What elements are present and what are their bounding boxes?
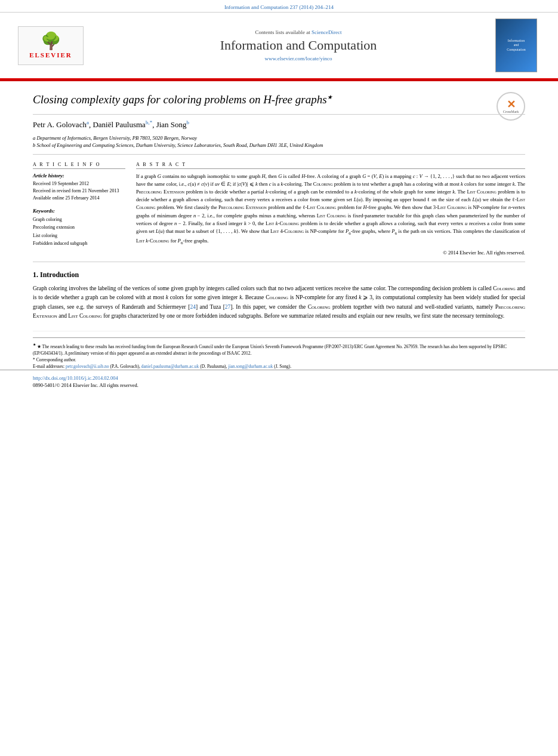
article-info-heading: A R T I C L E I N F O bbox=[33, 162, 125, 169]
article-info-column: A R T I C L E I N F O Article history: R… bbox=[33, 162, 125, 256]
paper-title: Closing complexity gaps for coloring pro… bbox=[33, 92, 525, 108]
abstract-text: If a graph G contains no subgraph isomor… bbox=[136, 173, 525, 247]
keyword-4: Forbidden induced subgraph bbox=[33, 239, 125, 248]
received-date: Received 19 September 2012 bbox=[33, 180, 125, 188]
abstract-section: A B S T R A C T If a graph G contains no… bbox=[136, 162, 525, 256]
elsevier-logo-box: 🌳 ELSEVIER bbox=[18, 26, 84, 65]
cite-24[interactable]: 24 bbox=[190, 304, 196, 310]
contents-line: Contents lists available at ScienceDirec… bbox=[101, 29, 495, 35]
footnotes-section: ★ ★ The research leading to these result… bbox=[33, 337, 525, 370]
keyword-1: Graph coloring bbox=[33, 216, 125, 224]
keyword-2: Precoloring extension bbox=[33, 223, 125, 232]
authors-line: Petr A. Golovacha, Daniël Paulusmab,*, J… bbox=[33, 119, 525, 130]
abstract-heading: A B S T R A C T bbox=[136, 162, 525, 169]
journal-url: www.elsevier.com/locate/yinco bbox=[101, 56, 495, 62]
journal-title: Information and Computation bbox=[101, 38, 495, 53]
doi-anchor[interactable]: http://dx.doi.org/10.1016/j.ic.2014.02.0… bbox=[33, 375, 118, 381]
keyword-3: List coloring bbox=[33, 232, 125, 240]
cite-27[interactable]: 27 bbox=[225, 304, 231, 310]
history-title: Article history: bbox=[33, 173, 125, 179]
affiliation-b: b School of Engineering and Computing Sc… bbox=[33, 142, 525, 149]
main-content: Closing complexity gaps for coloring pro… bbox=[0, 81, 558, 370]
crossmark-badge[interactable]: ✕ CrossMark bbox=[497, 92, 525, 121]
journal-url-link[interactable]: www.elsevier.com/locate/yinco bbox=[265, 56, 332, 62]
intro-body: Graph coloring involves the labeling of … bbox=[33, 284, 525, 321]
intro-section: 1. Introduction Graph coloring involves … bbox=[33, 262, 525, 331]
copyright-line: © 2014 Elsevier Inc. All rights reserved… bbox=[136, 250, 525, 256]
available-date: Available online 25 February 2014 bbox=[33, 195, 125, 202]
elsevier-tree-icon: 🌳 bbox=[41, 33, 61, 50]
email-link-1[interactable]: petr.golovach@ii.uib.no bbox=[66, 364, 109, 369]
journal-cover-image: InformationandComputation bbox=[495, 19, 540, 72]
paper-title-section: Closing complexity gaps for coloring pro… bbox=[33, 81, 525, 115]
author-sup-a: a bbox=[87, 119, 89, 125]
cover-title: InformationandComputation bbox=[507, 39, 525, 52]
email-link-2[interactable]: daniel.paulusma@durham.ac.uk bbox=[141, 364, 199, 369]
article-body: A R T I C L E I N F O Article history: R… bbox=[33, 155, 525, 263]
journal-header: 🌳 ELSEVIER Contents lists available at S… bbox=[0, 13, 558, 79]
authors-section: Petr A. Golovacha, Daniël Paulusmab,*, J… bbox=[33, 115, 525, 133]
keywords-section: Keywords: Graph coloring Precoloring ext… bbox=[33, 208, 125, 248]
article-history: Article history: Received 19 September 2… bbox=[33, 173, 125, 202]
keywords-title: Keywords: bbox=[33, 208, 125, 214]
title-star: ★ bbox=[327, 94, 332, 100]
sciencedirect-link[interactable]: ScienceDirect bbox=[312, 29, 341, 35]
affiliations: a Department of Informatics, Bergen Univ… bbox=[33, 133, 525, 155]
page-footer: http://dx.doi.org/10.1016/j.ic.2014.02.0… bbox=[0, 370, 558, 392]
doi-link[interactable]: http://dx.doi.org/10.1016/j.ic.2014.02.0… bbox=[33, 375, 525, 381]
revised-date: Received in revised form 21 November 201… bbox=[33, 188, 125, 195]
publisher-logo-area: 🌳 ELSEVIER bbox=[18, 26, 101, 65]
email-link-3[interactable]: jian.song@durham.ac.uk bbox=[228, 364, 273, 369]
section-title: 1. Introduction bbox=[33, 271, 525, 279]
journal-center: Contents lists available at ScienceDirec… bbox=[101, 29, 495, 62]
top-header: Information and Computation 237 (2014) 2… bbox=[0, 0, 558, 13]
author-sup-b-star: b,* bbox=[146, 119, 152, 125]
journal-ref: Information and Computation 237 (2014) 2… bbox=[224, 4, 334, 10]
footnote-corresponding: * Corresponding author. bbox=[33, 357, 525, 363]
crossmark-label: CrossMark bbox=[503, 110, 519, 113]
affiliation-a: a Department of Informatics, Bergen Univ… bbox=[33, 135, 525, 142]
footnote-emails: E-mail addresses: petr.golovach@ii.uib.n… bbox=[33, 363, 525, 370]
author-sup-b: b bbox=[187, 119, 190, 125]
cover-box: InformationandComputation bbox=[495, 19, 537, 72]
issn-line: 0890-5401/© 2014 Elsevier Inc. All right… bbox=[33, 382, 525, 388]
footnote-star: ★ ★ The research leading to these result… bbox=[33, 342, 525, 357]
elsevier-wordmark: ELSEVIER bbox=[29, 51, 72, 59]
